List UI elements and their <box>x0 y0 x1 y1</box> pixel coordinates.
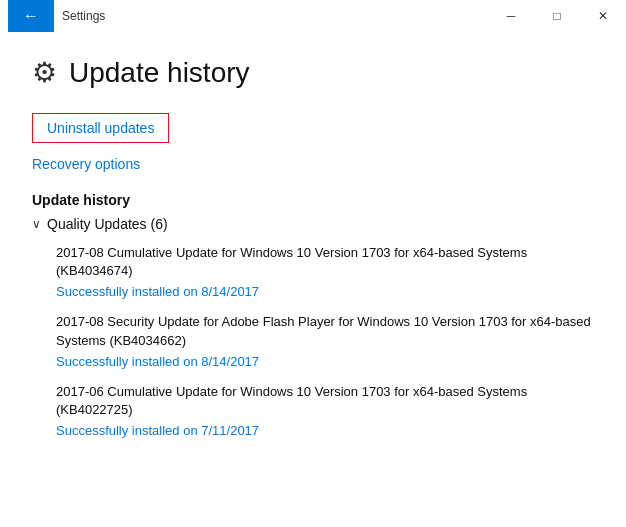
maximize-button[interactable]: □ <box>534 0 580 32</box>
close-button[interactable]: ✕ <box>580 0 626 32</box>
update-name-3: 2017-06 Cumulative Update for Windows 10… <box>56 383 594 419</box>
content-area: ⚙ Update history Uninstall updates Recov… <box>0 32 626 527</box>
update-history-section-title: Update history <box>32 192 594 208</box>
update-status-1[interactable]: Successfully installed on 8/14/2017 <box>56 284 594 299</box>
window-controls: ─ □ ✕ <box>488 0 626 32</box>
page-header: ⚙ Update history <box>32 56 594 89</box>
page-title: Update history <box>69 57 250 89</box>
window-title: Settings <box>62 9 488 23</box>
close-icon: ✕ <box>598 9 608 23</box>
update-status-3[interactable]: Successfully installed on 7/11/2017 <box>56 423 594 438</box>
category-label: Quality Updates (6) <box>47 216 168 232</box>
update-item-2: 2017-08 Security Update for Adobe Flash … <box>56 313 594 368</box>
maximize-icon: □ <box>553 9 560 23</box>
update-name-2: 2017-08 Security Update for Adobe Flash … <box>56 313 594 349</box>
update-item-3: 2017-06 Cumulative Update for Windows 10… <box>56 383 594 438</box>
update-status-2[interactable]: Successfully installed on 8/14/2017 <box>56 354 594 369</box>
minimize-icon: ─ <box>507 9 516 23</box>
quality-updates-category[interactable]: ∨ Quality Updates (6) <box>32 216 594 232</box>
window: ← Settings ─ □ ✕ ⚙ Update history Uninst… <box>0 0 626 527</box>
minimize-button[interactable]: ─ <box>488 0 534 32</box>
uninstall-updates-button[interactable]: Uninstall updates <box>32 113 169 143</box>
update-name-1: 2017-08 Cumulative Update for Windows 10… <box>56 244 594 280</box>
back-icon: ← <box>23 7 39 25</box>
title-bar: ← Settings ─ □ ✕ <box>0 0 626 32</box>
back-button[interactable]: ← <box>8 0 54 32</box>
recovery-options-link[interactable]: Recovery options <box>32 156 140 172</box>
chevron-down-icon: ∨ <box>32 217 41 231</box>
gear-icon: ⚙ <box>32 56 57 89</box>
update-item-1: 2017-08 Cumulative Update for Windows 10… <box>56 244 594 299</box>
